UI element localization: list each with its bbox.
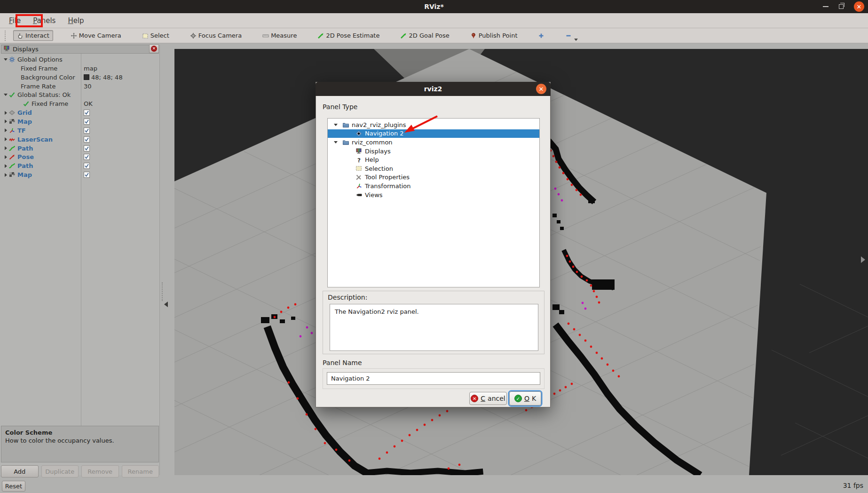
panel-type-nav2-rviz-plugins[interactable]: nav2_rviz_plugins [328,120,539,129]
panel-type-tool-properties[interactable]: Tool Properties [328,173,539,182]
display-row-path[interactable]: Path [1,144,159,153]
enabled-checkbox[interactable] [84,136,90,143]
map-icon [8,172,16,178]
path-icon [8,163,16,169]
display-row-laserscan[interactable]: LaserScan [1,135,159,144]
rviz-window: RViz* ✕ FilePanelsHelp InteractMove Came… [0,0,868,493]
menu-item-help[interactable]: Help [63,15,89,27]
panel-type-transformation[interactable]: Transformation [328,182,539,191]
collapse-left-panel-icon[interactable] [164,302,168,307]
display-row-global-options[interactable]: Global Options [1,55,159,64]
folder-icon [342,122,349,128]
toolbar-button-move-camera[interactable]: Move Camera [67,31,125,40]
window-restore-icon[interactable] [839,4,844,9]
help-box-title: Color Scheme [5,429,155,436]
toolbar-button-minus-icon[interactable] [562,31,575,40]
expander-open-icon[interactable] [3,94,8,96]
publish-point-icon [470,32,477,39]
display-row-tf[interactable]: TF [1,126,159,135]
expander-closed-icon[interactable] [3,119,8,123]
panel-type-help[interactable]: ?Help [328,155,539,164]
description-text: The Navigation2 rviz panel. [330,304,538,351]
splitter-handle[interactable] [162,282,163,301]
toolbar-drag-handle[interactable] [5,31,7,41]
add-panel-dialog: rviz2 ✕ Panel Type nav2_rviz_pluginsNavi… [316,82,551,407]
expander-open-icon[interactable] [332,124,339,126]
focus-camera-icon [190,32,197,39]
svg-text:?: ? [357,157,361,163]
pose-estimate-icon [317,32,324,39]
display-row-fixed-frame[interactable]: Fixed Framemap [1,64,159,73]
expander-closed-icon[interactable] [3,137,8,141]
display-row-background-color[interactable]: Background Color48; 48; 48 [1,73,159,82]
expander-closed-icon[interactable] [3,111,8,115]
grid-icon [8,110,16,116]
remove-button: Remove [81,465,119,477]
expander-open-icon[interactable] [3,58,8,61]
enabled-checkbox[interactable] [84,172,90,178]
toolbar-button-publish-point[interactable]: Publish Point [467,31,521,40]
plus-icon [538,32,544,39]
enabled-checkbox[interactable] [84,154,90,160]
expander-open-icon[interactable] [332,141,339,143]
cancel-x-icon: ✕ [471,395,478,402]
ok-button[interactable]: ✓OK [509,391,541,406]
panel-type-navigation-2[interactable]: Navigation 2 [328,129,539,138]
panel-type-displays[interactable]: Displays [328,147,539,156]
display-row-map[interactable]: Map [1,117,159,126]
enabled-checkbox[interactable] [84,163,90,169]
cancel-button[interactable]: ✕Cancel [469,392,507,405]
enabled-checkbox[interactable] [84,110,90,116]
laser-icon [8,136,16,143]
display-row-fixed-frame[interactable]: Fixed FrameOK [1,99,159,108]
selection-icon [355,165,363,172]
displays-icon [355,148,363,154]
move-camera-icon [71,32,77,39]
dialog-close-icon[interactable]: ✕ [536,84,546,94]
color-swatch[interactable] [84,74,89,80]
description-group: Description: The Navigation2 rviz panel. [323,291,544,354]
expander-closed-icon[interactable] [3,164,8,168]
toolbar-button-2d-goal-pose[interactable]: 2D Goal Pose [397,31,452,40]
panel-type-selection[interactable]: Selection [328,164,539,173]
display-row-global-status-ok[interactable]: Global Status: Ok [1,90,159,99]
displays-panel-close-button[interactable]: ✕ [149,44,159,53]
expander-closed-icon[interactable] [3,146,8,150]
toolbar-button-interact[interactable]: Interact [13,30,53,41]
toolbar-button-select[interactable]: Select [139,31,173,40]
expander-closed-icon[interactable] [3,173,8,177]
toolbar-button-measure[interactable]: Measure [259,31,300,40]
panel-type-views[interactable]: Views [328,191,539,199]
expander-closed-icon[interactable] [3,155,8,159]
displays-panel-header[interactable]: Displays ✕ [1,45,159,54]
panel-name-label: Panel Name [323,359,362,366]
property-help-box: Color Scheme How to color the occupancy … [1,426,159,462]
display-row-path[interactable]: Path [1,161,159,170]
toolbar-button-plus-icon[interactable] [535,31,548,40]
enabled-checkbox[interactable] [84,145,90,151]
enabled-checkbox[interactable] [84,127,90,134]
toolbar-button-2d-pose-estimate[interactable]: 2D Pose Estimate [314,31,383,40]
display-row-frame-rate[interactable]: Frame Rate30 [1,82,159,91]
panel-type-tree: nav2_rviz_pluginsNavigation 2rviz_common… [327,118,540,287]
left-splitter[interactable] [160,45,174,475]
reset-button[interactable]: Reset [2,481,25,492]
expander-closed-icon[interactable] [3,128,8,132]
displays-monitor-icon [3,45,10,53]
panel-type-rviz-common[interactable]: rviz_common [328,138,539,147]
window-minimize-icon[interactable] [823,6,829,7]
dropdown-caret-icon[interactable] [574,39,578,41]
fps-counter: 31 fps [843,482,863,489]
displays-panel-title: Displays [13,46,39,53]
toolbar-button-focus-camera[interactable]: Focus Camera [187,31,245,40]
display-row-pose[interactable]: Pose [1,152,159,161]
window-close-icon[interactable]: ✕ [854,1,864,12]
displays-panel-buttons: AddDuplicateRemoveRename [1,465,159,477]
display-row-grid[interactable]: Grid [1,108,159,117]
dialog-titlebar[interactable]: rviz2 ✕ [316,82,551,96]
display-row-map[interactable]: Map [1,170,159,179]
add-button[interactable]: Add [1,465,39,477]
enabled-checkbox[interactable] [84,119,90,125]
panel-name-input[interactable] [327,372,540,385]
panel-type-label: Panel Type [323,103,357,111]
